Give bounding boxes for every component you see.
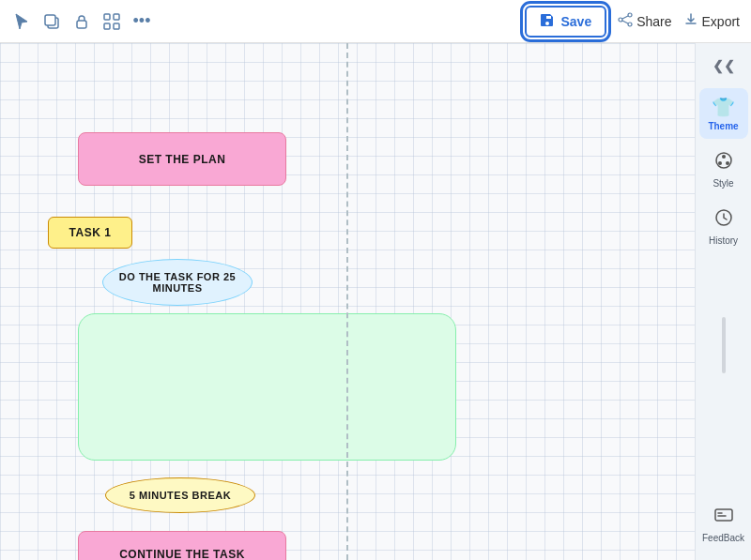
svg-rect-1	[45, 15, 55, 25]
svg-line-11	[622, 21, 628, 23]
node-task1[interactable]: TASK 1	[48, 217, 132, 249]
share-icon	[618, 12, 633, 31]
sidebar-item-history[interactable]: History	[699, 200, 748, 253]
node-do-task[interactable]: DO THE TASK FOR 25 MINUTES	[102, 259, 253, 306]
export-icon	[683, 12, 698, 31]
svg-line-10	[622, 16, 628, 19]
sidebar-scrollbar	[722, 317, 726, 373]
cursor-icon[interactable]	[11, 11, 32, 32]
canvas[interactable]: SET THE PLAN TASK 1 DO THE TASK FOR 25 M…	[0, 43, 695, 560]
export-label: Export	[702, 14, 740, 29]
main-area: SET THE PLAN TASK 1 DO THE TASK FOR 25 M…	[0, 43, 751, 560]
sidebar-item-theme-label: Theme	[708, 121, 738, 131]
svg-point-13	[722, 155, 726, 159]
right-sidebar: ❮❮ 👕 Theme Style	[695, 43, 751, 560]
feedback-icon	[713, 505, 734, 530]
sidebar-item-theme[interactable]: 👕 Theme	[699, 88, 748, 139]
sidebar-item-style-label: Style	[713, 178, 733, 189]
grid-icon[interactable]	[101, 11, 122, 32]
svg-rect-2	[77, 21, 86, 28]
save-button[interactable]: Save	[525, 6, 606, 38]
svg-point-7	[628, 13, 632, 17]
share-button[interactable]: Share	[618, 12, 671, 31]
save-label: Save	[560, 14, 591, 29]
svg-point-15	[726, 161, 729, 165]
sidebar-item-feedback-label: FeedBack	[702, 533, 744, 543]
toolbar-left: •••	[11, 11, 152, 32]
svg-point-14	[718, 161, 722, 165]
copy-icon[interactable]	[41, 11, 62, 32]
node-set-the-plan[interactable]: SET THE PLAN	[78, 132, 286, 186]
node-continue[interactable]: CONTINUE THE TASK	[78, 531, 286, 560]
svg-point-9	[628, 23, 632, 26]
share-label: Share	[636, 14, 671, 29]
dots-icon[interactable]: •••	[131, 11, 152, 32]
history-icon	[713, 207, 734, 233]
node-green-box[interactable]	[78, 313, 456, 461]
save-icon	[540, 12, 555, 31]
style-icon	[713, 150, 734, 175]
svg-rect-4	[114, 14, 119, 20]
toolbar: ••• Save Share	[0, 0, 751, 43]
svg-rect-17	[715, 509, 732, 521]
sidebar-item-history-label: History	[709, 235, 738, 246]
sidebar-item-style[interactable]: Style	[699, 143, 748, 196]
sidebar-collapse-button[interactable]: ❮❮	[696, 51, 751, 84]
lock-icon[interactable]	[71, 11, 92, 32]
svg-point-8	[619, 18, 622, 22]
node-5-min-break[interactable]: 5 MINUTES BREAK	[105, 477, 255, 513]
toolbar-right: Save Share Export	[525, 6, 740, 38]
sidebar-item-feedback[interactable]: FeedBack	[699, 497, 748, 551]
chevron-left-icon: ❮❮	[713, 58, 735, 73]
theme-icon: 👕	[712, 96, 735, 118]
svg-rect-3	[104, 14, 110, 20]
export-button[interactable]: Export	[683, 12, 740, 31]
svg-rect-6	[114, 23, 119, 29]
svg-rect-5	[104, 23, 110, 29]
